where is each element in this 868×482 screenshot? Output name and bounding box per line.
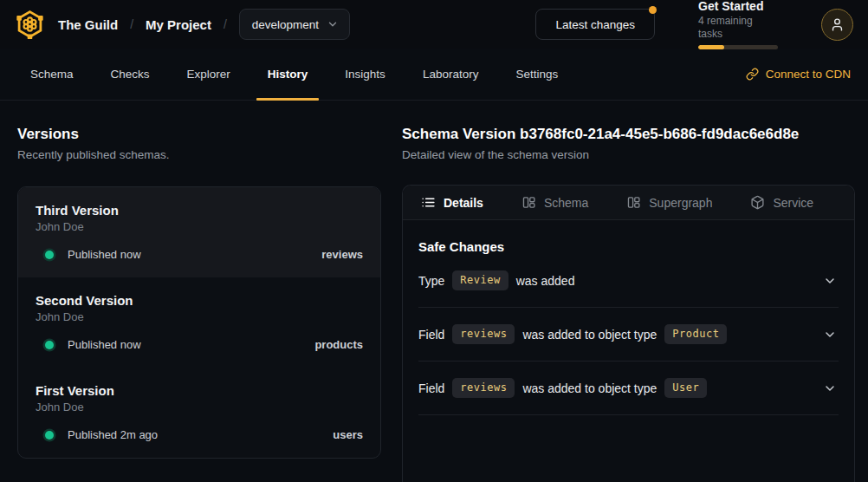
nav-right: Connect to CDN xyxy=(569,49,851,100)
version-service-tag: reviews xyxy=(321,248,363,261)
version-service-tag: products xyxy=(314,338,363,351)
target-select-value: development xyxy=(252,18,319,31)
breadcrumb-project-link[interactable]: My Project xyxy=(146,17,211,32)
version-status: Published 2m ago xyxy=(68,428,158,441)
cube-icon xyxy=(750,195,765,210)
change-description: Field reviews was added to object type P… xyxy=(418,324,727,344)
breadcrumb-org-link[interactable]: The Guild xyxy=(58,17,118,32)
connect-to-cdn-link[interactable]: Connect to CDN xyxy=(746,68,851,81)
tab-insights[interactable]: Insights xyxy=(334,49,397,100)
published-status-icon xyxy=(45,431,54,440)
tab-service-label: Service xyxy=(773,196,813,210)
change-code-chip: reviews xyxy=(452,378,515,398)
change-row[interactable]: Field reviews was added to object type P… xyxy=(418,308,839,362)
breadcrumb-separator: / xyxy=(223,17,227,31)
hive-logo-icon[interactable] xyxy=(14,7,46,42)
get-started-title: Get Started xyxy=(698,0,778,14)
detail-tabs: Details Schema xyxy=(403,186,854,220)
main-content: Versions Recently published schemas. Thi… xyxy=(0,101,868,482)
schema-version-panel: Schema Version b3768fc0-21a4-45e5-b686-f… xyxy=(402,125,855,482)
schema-version-card: Details Schema xyxy=(402,185,855,482)
avatar[interactable] xyxy=(821,9,853,41)
safe-changes-title: Safe Changes xyxy=(418,239,839,254)
change-description: Type Review was added xyxy=(418,270,574,290)
tab-service[interactable]: Service xyxy=(750,195,813,210)
chevron-down-icon xyxy=(327,18,339,30)
change-code-chip: reviews xyxy=(452,324,515,344)
tab-laboratory[interactable]: Laboratory xyxy=(411,49,490,100)
detail-body: Safe Changes Type Review was added Field… xyxy=(403,239,854,415)
project-nav: Schema Checks Explorer History Insights … xyxy=(0,49,868,101)
version-list-item[interactable]: Third Version John Doe Published now rev… xyxy=(18,187,380,277)
change-prefix: Field xyxy=(418,328,444,342)
tab-supergraph-label: Supergraph xyxy=(649,196,712,210)
tab-settings[interactable]: Settings xyxy=(504,49,569,100)
versions-panel: Versions Recently published schemas. Thi… xyxy=(17,125,381,482)
version-list-item[interactable]: Second Version John Doe Published now pr… xyxy=(18,277,380,368)
version-author: John Doe xyxy=(36,401,363,414)
change-middle: was added to object type xyxy=(522,328,657,342)
change-code-chip: Review xyxy=(452,270,508,290)
app-header: The Guild / My Project / development Lat… xyxy=(0,0,868,49)
connect-to-cdn-label: Connect to CDN xyxy=(766,68,851,81)
change-code-chip: User xyxy=(664,378,707,398)
change-prefix: Type xyxy=(418,274,444,288)
latest-changes-label: Latest changes xyxy=(555,18,635,31)
target-select[interactable]: development xyxy=(239,9,350,40)
chevron-down-icon[interactable] xyxy=(823,274,837,288)
change-code-chip: Product xyxy=(664,324,727,344)
panels-icon xyxy=(521,195,536,210)
chevron-down-icon[interactable] xyxy=(823,328,837,342)
versions-list: Third Version John Doe Published now rev… xyxy=(17,186,381,459)
schema-version-subtitle: Detailed view of the schema version xyxy=(402,147,855,162)
versions-subtitle: Recently published schemas. xyxy=(17,147,381,162)
version-author: John Doe xyxy=(36,310,363,324)
tab-details[interactable]: Details xyxy=(421,195,483,210)
change-middle: was added to object type xyxy=(522,381,657,395)
change-row[interactable]: Field reviews was added to object type U… xyxy=(418,362,839,415)
nav-tabs: Schema Checks Explorer History Insights … xyxy=(19,49,569,100)
change-row[interactable]: Type Review was added xyxy=(418,254,839,308)
tab-supergraph[interactable]: Supergraph xyxy=(626,195,712,210)
tab-schema-view-label: Schema xyxy=(544,196,588,210)
notification-dot xyxy=(649,6,657,14)
tab-checks[interactable]: Checks xyxy=(100,49,161,100)
panels-icon xyxy=(626,195,641,210)
version-service-tag: users xyxy=(333,428,363,441)
version-status: Published now xyxy=(68,248,141,261)
user-icon xyxy=(830,17,845,32)
tab-schema[interactable]: Schema xyxy=(19,49,85,100)
get-started-widget[interactable]: Get Started 4 remaining tasks xyxy=(698,0,778,49)
tab-details-label: Details xyxy=(444,196,483,210)
breadcrumb: The Guild / My Project / xyxy=(58,17,227,32)
version-list-item[interactable]: First Version John Doe Published 2m ago … xyxy=(18,368,380,458)
latest-changes-button[interactable]: Latest changes xyxy=(535,9,655,40)
published-status-icon xyxy=(45,341,54,349)
change-prefix: Field xyxy=(418,381,444,395)
chevron-down-icon[interactable] xyxy=(823,381,837,395)
version-title: Third Version xyxy=(36,202,363,218)
change-description: Field reviews was added to object type U… xyxy=(418,378,707,398)
version-title: First Version xyxy=(36,382,363,399)
tab-schema-view[interactable]: Schema xyxy=(521,195,588,210)
tab-explorer[interactable]: Explorer xyxy=(176,49,242,100)
change-suffix: was added xyxy=(516,274,575,288)
version-status: Published now xyxy=(68,338,141,351)
list-icon xyxy=(421,195,436,210)
get-started-subtitle: 4 remaining tasks xyxy=(698,15,778,41)
breadcrumb-separator: / xyxy=(130,17,133,31)
link-icon xyxy=(746,68,759,81)
published-status-icon xyxy=(45,251,54,259)
versions-title: Versions xyxy=(17,125,381,143)
tab-history[interactable]: History xyxy=(256,49,320,100)
version-title: Second Version xyxy=(36,292,363,309)
version-author: John Doe xyxy=(36,220,363,234)
schema-version-title: Schema Version b3768fc0-21a4-45e5-b686-f… xyxy=(402,125,855,143)
